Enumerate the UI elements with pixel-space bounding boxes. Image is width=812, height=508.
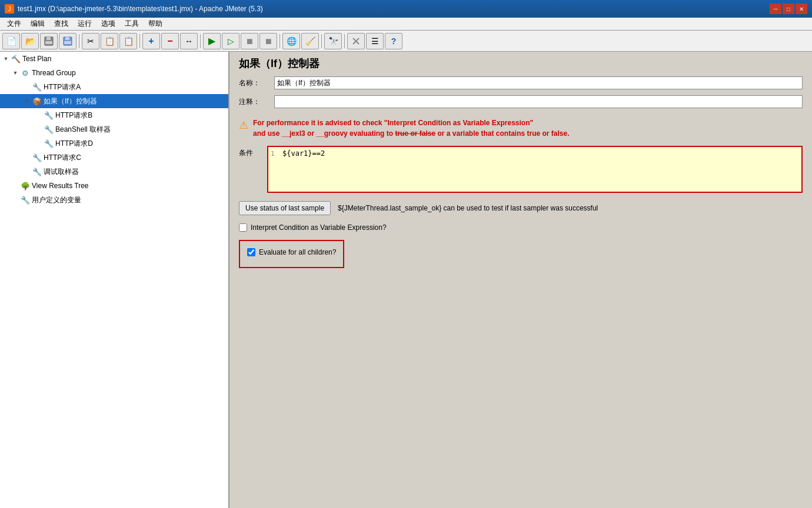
toolbar-sep-3 <box>200 34 201 48</box>
tree-item-view-results-tree[interactable]: ▶ 🌳 View Results Tree <box>0 179 228 193</box>
warning-icon: ⚠ <box>239 119 248 132</box>
help-button[interactable]: ? <box>385 33 402 49</box>
condition-section: 条件 1 ${var1}==2 <box>229 143 812 198</box>
condition-label: 条件 <box>239 146 262 158</box>
new-button[interactable]: 📄 <box>2 33 20 49</box>
menu-edit[interactable]: 编辑 <box>26 18 49 30</box>
run-button[interactable]: ▶ <box>203 33 221 49</box>
evaluate-checkbox-row: Evaluate for all children? <box>247 246 336 259</box>
tree-item-http-b[interactable]: ▶ 🔧 HTTP请求B <box>0 108 228 122</box>
http-c-icon: 🔧 <box>32 153 42 162</box>
panel-title: 如果（If）控制器 <box>239 56 320 71</box>
http-a-icon: 🔧 <box>32 82 42 92</box>
run-no-pause-button[interactable]: ▷ <box>222 33 239 49</box>
title-bar: J test1.jmx (D:\apache-jmeter-5.3\bin\te… <box>0 0 812 18</box>
debug-sampler-icon: 🔧 <box>32 167 42 176</box>
checkboxes-section: Interpret Condition as Variable Expressi… <box>229 219 812 275</box>
add-button[interactable]: + <box>142 33 160 49</box>
minimize-button[interactable]: ─ <box>770 4 781 14</box>
tree-item-http-c[interactable]: ▶ 🔧 HTTP请求C <box>0 151 228 165</box>
menu-help[interactable]: 帮助 <box>144 18 167 30</box>
list-button[interactable]: ☰ <box>366 33 384 49</box>
remote-stop-button[interactable]: 🧹 <box>301 33 319 49</box>
interpret-checkbox[interactable] <box>239 223 247 232</box>
paste-button[interactable]: 📋 <box>119 33 137 49</box>
open-button[interactable]: 📂 <box>21 33 39 49</box>
binoculars-button[interactable]: 🔭 <box>324 33 342 49</box>
user-vars-icon: 🔧 <box>21 195 30 205</box>
app-icon: J <box>5 4 14 14</box>
http-b-icon: 🔧 <box>44 111 54 120</box>
menu-find[interactable]: 查找 <box>49 18 73 30</box>
interpret-checkbox-label: Interpret Condition as Variable Expressi… <box>251 223 387 232</box>
cut-button[interactable]: ✂ <box>82 33 99 49</box>
menu-bar: 文件 编辑 查找 运行 选项 工具 帮助 <box>0 18 812 31</box>
comment-label: 注释： <box>239 97 274 107</box>
comment-row: 注释： <box>239 94 803 109</box>
warning-text: For performance it is advised to check "… <box>253 118 570 139</box>
form-section-name: 名称： 注释： <box>229 73 812 115</box>
toolbar: 📄 📂 ✂ 📋 📋 + − ↔ ▶ ▷ ⏹ ⏹ 🌐 🧹 🔭 ☰ ? <box>0 31 812 52</box>
warning-line1: For performance it is advised to check "… <box>253 118 570 128</box>
save-button[interactable] <box>59 33 76 49</box>
evaluate-checkbox-group: Evaluate for all children? <box>239 240 344 268</box>
comment-input[interactable] <box>274 95 803 108</box>
tree-item-test-plan[interactable]: ▼ 🔨 Test Plan <box>0 52 228 66</box>
warning-box: ⚠ For performance it is advised to check… <box>229 115 812 143</box>
last-sample-info: ${JMeterThread.last_sample_ok} can be us… <box>338 204 598 212</box>
menu-file[interactable]: 文件 <box>2 18 26 30</box>
tree-item-beanshell[interactable]: ▶ 🔧 BeanShell 取样器 <box>0 122 228 136</box>
interpret-checkbox-row: Interpret Condition as Variable Expressi… <box>239 221 803 234</box>
left-panel: ▼ 🔨 Test Plan ▼ ⚙ Thread Group ▶ 🔧 HTTP请… <box>0 52 229 508</box>
http-d-icon: 🔧 <box>44 139 54 148</box>
duplicate-button[interactable]: ↔ <box>180 33 198 49</box>
right-panel: 如果（If）控制器 名称： 注释： ⚠ For performance it i… <box>229 52 812 508</box>
last-sample-button[interactable]: Use status of last sample <box>239 201 331 215</box>
window-title: test1.jmx (D:\apache-jmeter-5.3\bin\temp… <box>18 5 263 13</box>
toolbar-sep-1 <box>79 34 79 48</box>
condition-row: 条件 1 ${var1}==2 <box>239 146 803 193</box>
name-input[interactable] <box>274 76 803 89</box>
tree-label-test-plan: Test Plan <box>22 55 51 63</box>
window-controls: ─ □ ✕ <box>770 4 807 14</box>
panel-header: 如果（If）控制器 <box>229 52 812 73</box>
tree-item-if-controller[interactable]: ▼ 📦 如果（If）控制器 <box>0 94 228 108</box>
tree-item-http-a[interactable]: ▶ 🔧 HTTP请求A <box>0 80 228 94</box>
clear-button[interactable] <box>347 33 365 49</box>
maximize-button[interactable]: □ <box>783 4 794 14</box>
stop-now-button[interactable]: ⏹ <box>259 33 277 49</box>
tree-item-user-vars[interactable]: ▶ 🔧 用户定义的变量 <box>0 193 228 207</box>
toolbar-sep-4 <box>279 34 280 48</box>
tree-label-debug-sampler: 调试取样器 <box>44 167 79 177</box>
panel-content: 如果（If）控制器 名称： 注释： ⚠ For performance it i… <box>229 52 812 275</box>
svg-rect-1 <box>46 37 51 40</box>
code-line-1: 1 ${var1}==2 <box>268 147 801 160</box>
tree-label-beanshell: BeanShell 取样器 <box>55 125 111 135</box>
remove-button[interactable]: − <box>161 33 179 49</box>
evaluate-checkbox-label: Evaluate for all children? <box>259 248 336 256</box>
menu-run[interactable]: 运行 <box>73 18 96 30</box>
toolbar-sep-6 <box>344 34 345 48</box>
thread-group-icon: ⚙ <box>21 68 30 78</box>
tree-label-user-vars: 用户定义的变量 <box>32 195 81 205</box>
stop-button[interactable]: ⏹ <box>241 33 258 49</box>
code-content: ${var1}==2 <box>282 149 325 158</box>
tree-label-http-d: HTTP请求D <box>55 139 93 149</box>
copy-button[interactable]: 📋 <box>101 33 118 49</box>
tree-arrow-test-plan: ▼ <box>2 55 9 62</box>
name-label: 名称： <box>239 78 274 88</box>
menu-tools[interactable]: 工具 <box>120 18 144 30</box>
evaluate-checkbox[interactable] <box>247 248 255 256</box>
view-results-icon: 🌳 <box>21 181 30 190</box>
save-templates-button[interactable] <box>40 33 58 49</box>
if-controller-icon: 📦 <box>32 96 42 106</box>
svg-rect-2 <box>45 41 52 44</box>
close-button[interactable]: ✕ <box>796 4 807 14</box>
tree-item-debug-sampler[interactable]: ▶ 🔧 调试取样器 <box>0 165 228 179</box>
svg-rect-5 <box>64 41 71 44</box>
menu-options[interactable]: 选项 <box>96 18 120 30</box>
tree-item-http-d[interactable]: ▶ 🔧 HTTP请求D <box>0 136 228 151</box>
code-editor[interactable]: 1 ${var1}==2 <box>267 146 803 193</box>
tree-item-thread-group[interactable]: ▼ ⚙ Thread Group <box>0 66 228 80</box>
remote-run-button[interactable]: 🌐 <box>282 33 300 49</box>
